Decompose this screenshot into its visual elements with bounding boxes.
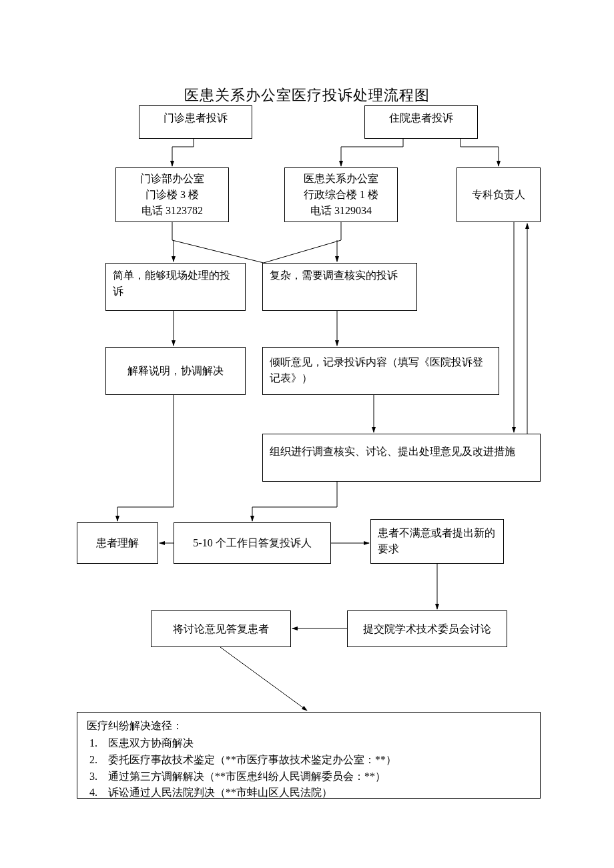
- node-inpatient-complaint: 住院患者投诉: [364, 105, 478, 139]
- node-listen: 倾听意见，记录投诉内容（填写《医院投诉登记表》）: [262, 347, 499, 395]
- line2: 行政综合楼 1 楼: [304, 187, 378, 203]
- text: 患者理解: [96, 535, 139, 551]
- text: 简单，能够现场处理的投诉: [113, 268, 238, 300]
- svg-line-28: [220, 647, 307, 711]
- node-investigate: 组织进行调查核实、讨论、提出处理意见及改进措施: [262, 434, 541, 482]
- text: 患者不满意或者提出新的要求: [378, 525, 497, 557]
- node-outpatient-complaint: 门诊患者投诉: [139, 105, 252, 139]
- node-relations-office: 医患关系办公室 行政综合楼 1 楼 电话 3129034: [284, 167, 398, 222]
- node-outpatient-office: 门诊部办公室 门诊楼 3 楼 电话 3123782: [115, 167, 229, 222]
- line2: 门诊楼 3 楼: [145, 187, 199, 203]
- node-complex: 复杂，需要调查核实的投诉: [262, 263, 417, 311]
- node-committee: 提交院学术技术委员会讨论: [347, 610, 507, 647]
- node-unsatisfied: 患者不满意或者提出新的要求: [370, 519, 504, 564]
- text: 专科负责人: [472, 187, 525, 203]
- text: 复杂，需要调查核实的投诉: [270, 268, 398, 284]
- text: 组织进行调查核实、讨论、提出处理意见及改进措施: [270, 444, 515, 460]
- line3: 电话 3129034: [310, 203, 372, 219]
- line1: 医患关系办公室: [304, 171, 378, 187]
- node-understood: 患者理解: [77, 522, 158, 564]
- text: 5-10 个工作日答复投诉人: [193, 535, 311, 551]
- node-reply: 5-10 个工作日答复投诉人: [174, 522, 331, 564]
- resolution-item-3: 3. 通过第三方调解解决（**市医患纠纷人民调解委员会：**）: [87, 769, 386, 785]
- resolution-item-1: 1. 医患双方协商解决: [87, 735, 194, 752]
- node-simple: 简单，能够现场处理的投诉: [105, 263, 246, 311]
- text: 解释说明，协调解决: [127, 363, 224, 379]
- line1: 门诊部办公室: [140, 171, 204, 187]
- text: 门诊患者投诉: [164, 110, 228, 126]
- resolution-item-4: 4. 诉讼通过人民法院判决（**市蚌山区人民法院）: [87, 785, 332, 801]
- node-resolution: 医疗纠纷解决途径： 1. 医患双方协商解决 2. 委托医疗事故技术鉴定（**市医…: [77, 712, 541, 799]
- node-explain: 解释说明，协调解决: [105, 347, 246, 395]
- line3: 电话 3123782: [141, 203, 203, 219]
- text: 住院患者投诉: [389, 110, 453, 126]
- resolution-item-2: 2. 委托医疗事故技术鉴定（**市医疗事故技术鉴定办公室：**）: [87, 752, 396, 769]
- text: 提交院学术技术委员会讨论: [363, 621, 491, 637]
- text: 将讨论意见答复患者: [173, 621, 269, 637]
- node-specialist: 专科负责人: [456, 167, 541, 222]
- node-feedback: 将讨论意见答复患者: [151, 610, 291, 647]
- diagram-title: 医患关系办公室医疗投诉处理流程图: [0, 85, 614, 105]
- text: 倾听意见，记录投诉内容（填写《医院投诉登记表》）: [270, 354, 492, 386]
- resolution-heading: 医疗纠纷解决途径：: [87, 718, 183, 734]
